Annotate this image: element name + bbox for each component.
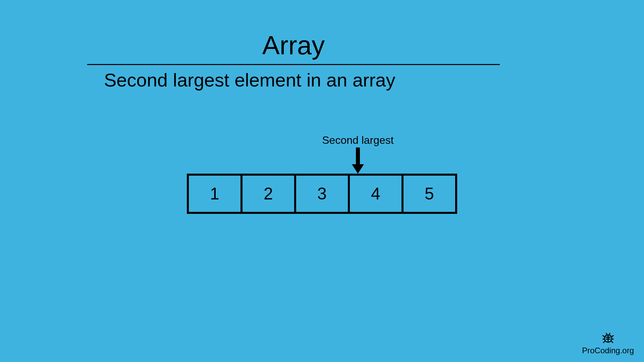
bug-icon [582, 330, 634, 345]
array-diagram: Second largest 1 2 3 4 5 [187, 168, 457, 208]
array-cell: 4 [348, 174, 404, 214]
array-container: 1 2 3 4 5 [187, 174, 457, 214]
arrow-down-icon [352, 147, 364, 174]
array-cell: 2 [240, 174, 296, 214]
pointer-label: Second largest [322, 134, 393, 146]
svg-line-3 [609, 333, 610, 335]
svg-line-9 [611, 341, 613, 343]
header: Array Second largest element in an array [87, 30, 500, 91]
svg-line-5 [612, 336, 614, 337]
title-divider [87, 64, 500, 65]
array-cell: 3 [294, 174, 350, 214]
page-title: Array [87, 30, 500, 61]
footer: ProCoding.org [582, 330, 634, 355]
svg-line-8 [603, 341, 605, 343]
svg-line-2 [606, 333, 607, 335]
site-name: ProCoding.org [582, 346, 634, 355]
page-subtitle: Second largest element in an array [87, 69, 500, 91]
svg-line-4 [602, 336, 604, 337]
array-cell: 1 [187, 174, 243, 214]
array-cell: 5 [401, 174, 457, 214]
